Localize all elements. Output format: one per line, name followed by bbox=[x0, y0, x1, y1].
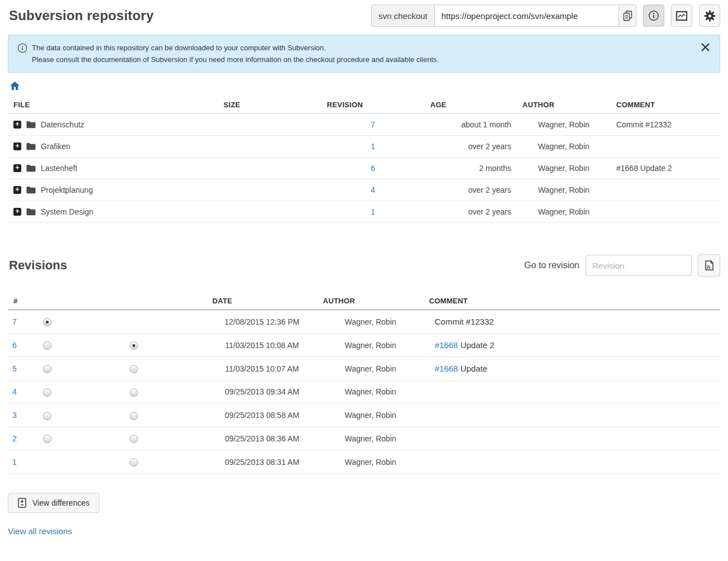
folder-icon bbox=[26, 142, 36, 150]
compare-from-radio[interactable] bbox=[43, 412, 51, 420]
revision-link[interactable]: 4 bbox=[371, 186, 375, 194]
compare-to-radio[interactable] bbox=[130, 458, 138, 467]
goto-revision-label: Go to revision bbox=[524, 260, 579, 270]
author-cell: Wagner, Robin bbox=[317, 357, 424, 381]
diff-document-icon bbox=[18, 498, 26, 508]
view-differences-button[interactable]: View differences bbox=[8, 493, 99, 513]
table-row: Grafiken 1 over 2 years Wagner, Robin bbox=[8, 136, 720, 158]
compare-from-radio[interactable] bbox=[43, 435, 51, 443]
directory-link[interactable]: Lastenheft bbox=[41, 164, 77, 173]
table-row: 4 09/25/2013 09:34 AM Wagner, Robin bbox=[8, 381, 720, 404]
revision-number-link[interactable]: 7 bbox=[12, 317, 17, 326]
comment-cell bbox=[611, 201, 720, 223]
directory-link[interactable]: Grafiken bbox=[41, 142, 70, 151]
col-number: # bbox=[8, 292, 34, 310]
revision-link[interactable]: 7 bbox=[371, 120, 375, 129]
compare-to-radio[interactable] bbox=[130, 365, 138, 373]
col-comment: COMMENT bbox=[424, 292, 720, 310]
work-package-link[interactable]: #1668 bbox=[435, 340, 458, 350]
compare-to-radio[interactable] bbox=[130, 435, 138, 443]
compare-to-radio[interactable] bbox=[130, 388, 138, 397]
checkout-url-input[interactable] bbox=[435, 4, 619, 27]
author-cell: Wagner, Robin bbox=[317, 310, 424, 334]
age-cell: 2 months bbox=[425, 158, 517, 179]
info-banner: The data contained in this repository ca… bbox=[8, 35, 720, 73]
size-cell bbox=[218, 158, 321, 179]
date-cell: 12/08/2015 12:36 PM bbox=[207, 310, 317, 334]
comment-text: Update 2 bbox=[458, 340, 494, 350]
gear-icon bbox=[704, 10, 716, 22]
revisions-table-header-row: # DATE AUTHOR COMMENT bbox=[8, 292, 720, 310]
files-table-header-row: FILE SIZE REVISION AGE AUTHOR COMMENT bbox=[8, 96, 720, 114]
col-comment: COMMENT bbox=[611, 96, 720, 114]
close-icon bbox=[701, 43, 710, 51]
size-cell bbox=[218, 136, 321, 158]
table-row: 1 09/25/2013 08:31 AM Wagner, Robin bbox=[8, 450, 720, 474]
work-package-link[interactable]: #1668 bbox=[435, 364, 458, 373]
revision-number-link[interactable]: 6 bbox=[12, 341, 17, 350]
repository-statistics-button[interactable] bbox=[671, 4, 692, 27]
repository-toolbar: svn checkout bbox=[371, 4, 720, 27]
expand-plus-icon[interactable] bbox=[13, 121, 21, 129]
directory-link[interactable]: Projektplanung bbox=[41, 186, 93, 194]
repository-settings-button[interactable] bbox=[699, 4, 720, 27]
comment-cell bbox=[611, 136, 720, 158]
size-cell bbox=[218, 114, 321, 136]
revision-number-link[interactable]: 1 bbox=[12, 458, 17, 467]
banner-text-line1: The data contained in this repository ca… bbox=[32, 42, 326, 54]
goto-revision-button[interactable] bbox=[698, 254, 720, 277]
comment-cell bbox=[611, 179, 720, 201]
repository-info-button[interactable] bbox=[643, 4, 664, 27]
table-row: 7 12/08/2015 12:36 PM Wagner, Robin Comm… bbox=[8, 310, 720, 334]
revision-number-link[interactable]: 3 bbox=[12, 411, 17, 420]
author-cell: Wagner, Robin bbox=[317, 403, 424, 427]
revision-link[interactable]: 6 bbox=[371, 164, 375, 173]
copy-url-button[interactable] bbox=[619, 4, 636, 27]
date-cell: 11/03/2015 10:08 AM bbox=[207, 334, 317, 357]
compare-to-radio[interactable] bbox=[130, 341, 138, 350]
compare-from-radio[interactable] bbox=[43, 318, 51, 326]
page-header: Subversion repository svn checkout bbox=[8, 0, 720, 30]
date-cell: 09/25/2013 08:31 AM bbox=[207, 450, 317, 474]
files-table: FILE SIZE REVISION AGE AUTHOR COMMENT Da… bbox=[8, 96, 720, 223]
repository-root-link[interactable] bbox=[10, 82, 20, 90]
goto-revision-input[interactable] bbox=[586, 255, 692, 276]
page-title: Subversion repository bbox=[9, 8, 154, 23]
table-row: Projektplanung 4 over 2 years Wagner, Ro… bbox=[8, 179, 720, 201]
folder-icon bbox=[26, 121, 36, 129]
banner-close-button[interactable] bbox=[700, 42, 711, 53]
checkout-command-label: svn checkout bbox=[371, 4, 435, 27]
directory-link[interactable]: System Design bbox=[41, 207, 93, 216]
revision-link[interactable]: 1 bbox=[371, 207, 375, 216]
compare-from-radio[interactable] bbox=[43, 388, 51, 397]
col-file: FILE bbox=[8, 96, 218, 114]
expand-plus-icon[interactable] bbox=[13, 186, 21, 194]
col-author: AUTHOR bbox=[517, 96, 611, 114]
expand-plus-icon[interactable] bbox=[13, 208, 21, 216]
compare-from-radio[interactable] bbox=[43, 341, 51, 350]
expand-plus-icon[interactable] bbox=[13, 142, 21, 150]
date-cell: 09/25/2013 08:58 AM bbox=[207, 403, 317, 427]
author-cell: Wagner, Robin bbox=[317, 334, 424, 357]
view-all-revisions-link[interactable]: View all revisions bbox=[8, 526, 720, 536]
author-cell: Wagner, Robin bbox=[517, 136, 611, 158]
author-cell: Wagner, Robin bbox=[517, 114, 611, 136]
col-age: AGE bbox=[425, 96, 517, 114]
revision-number-link[interactable]: 5 bbox=[12, 364, 17, 373]
revisions-header: Revisions Go to revision bbox=[8, 254, 720, 277]
revision-link[interactable]: 1 bbox=[371, 142, 375, 151]
col-radio-from bbox=[34, 292, 60, 310]
revision-number-link[interactable]: 2 bbox=[12, 434, 17, 443]
compare-to-radio[interactable] bbox=[130, 412, 138, 420]
revision-number-link[interactable]: 4 bbox=[12, 387, 17, 396]
directory-link[interactable]: Datenschutz bbox=[41, 120, 84, 129]
table-row: Lastenheft 6 2 months Wagner, Robin #166… bbox=[8, 158, 720, 179]
col-author: AUTHOR bbox=[317, 292, 424, 310]
expand-plus-icon[interactable] bbox=[13, 164, 21, 172]
repository-page: Subversion repository svn checkout bbox=[0, 0, 728, 536]
author-cell: Wagner, Robin bbox=[317, 381, 424, 404]
info-icon bbox=[648, 10, 659, 21]
compare-from-radio[interactable] bbox=[43, 365, 51, 373]
atom-feed-icon bbox=[705, 260, 713, 270]
age-cell: about 1 month bbox=[425, 114, 517, 136]
